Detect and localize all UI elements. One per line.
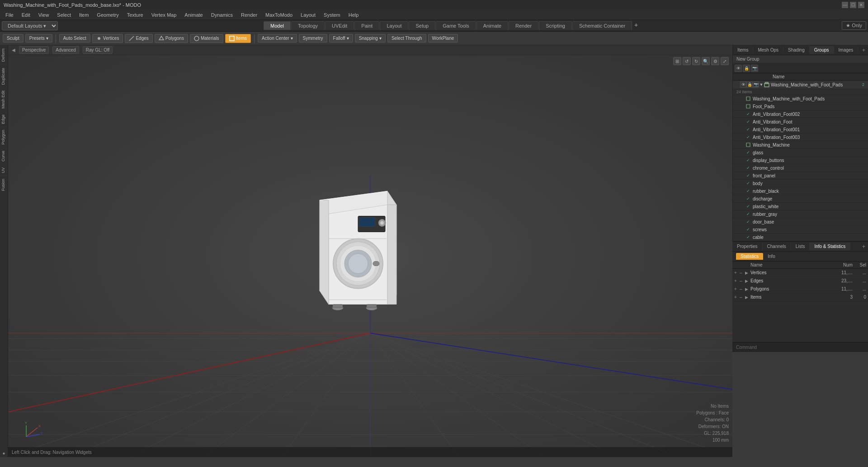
add-tab-button[interactable]: + (632, 21, 640, 30)
list-item[interactable]: ✓ front_panel (733, 172, 868, 180)
stats-add-btn-v[interactable]: + (734, 270, 740, 275)
stats-minus-btn-v[interactable]: – (740, 270, 745, 275)
stats-minus-btn-e[interactable]: – (740, 278, 745, 283)
stats-row-vertices[interactable]: + – ▶ Vertices 11,.... ... (732, 269, 868, 277)
stats-arrow-btn-i[interactable]: ▶ (745, 295, 750, 300)
list-item[interactable]: ✓ display_buttons (733, 157, 868, 164)
bp-add-tab-button[interactable]: + (859, 242, 868, 251)
stats-arrow-btn-p[interactable]: ▶ (745, 287, 750, 291)
tab-topology[interactable]: Topology (291, 21, 325, 30)
sidebar-tab-duplicate[interactable]: Duplicate (0, 65, 8, 88)
rp-tab-items[interactable]: Items (733, 46, 753, 54)
list-item[interactable]: Foot_Pads (733, 103, 868, 110)
stats-add-btn-i[interactable]: + (734, 295, 740, 300)
list-item[interactable]: ✓ rubber_black (733, 187, 868, 195)
viewport[interactable]: ◀ Perspective Advanced Ray GL: Off (8, 45, 732, 457)
stats-arrow-btn-v[interactable]: ▶ (745, 271, 750, 275)
list-item[interactable]: ✓ Anti_Vibration_Foot001 (733, 126, 868, 133)
stats-tab-statistics[interactable]: Statistics (736, 253, 763, 260)
menu-texture[interactable]: Texture (123, 11, 147, 19)
menu-help[interactable]: Help (345, 11, 363, 19)
list-item[interactable]: ✓ Anti_Vibration_Foot (733, 118, 868, 126)
rp-tab-images[interactable]: Images (834, 46, 859, 54)
tab-layout[interactable]: Layout (380, 21, 408, 30)
stats-arrow-btn-e[interactable]: ▶ (745, 279, 750, 283)
list-item[interactable]: ✓ cable (733, 234, 868, 241)
bp-tab-lists[interactable]: Lists (791, 243, 810, 250)
tree-lock-item-btn[interactable]: 🔒 (746, 81, 753, 88)
menu-geometry[interactable]: Geometry (93, 11, 122, 19)
action-center-button[interactable]: Action Center ▾ (258, 34, 297, 43)
polygons-button[interactable]: Polygons (155, 34, 188, 43)
tab-render[interactable]: Render (509, 21, 538, 30)
stats-add-btn-p[interactable]: + (734, 286, 740, 291)
tree-render-btn[interactable]: 📷 (751, 65, 758, 72)
close-button[interactable]: ✕ (858, 2, 864, 8)
menu-animate[interactable]: Animate (181, 11, 206, 19)
perspective-button[interactable]: Perspective (19, 46, 49, 54)
list-item[interactable]: Washing_Machine_with_Foot_Pads (733, 95, 868, 103)
falloff-button[interactable]: Falloff ▾ (329, 34, 353, 43)
edges-button[interactable]: Edges (125, 34, 152, 43)
list-item[interactable]: ✓ body (733, 180, 868, 187)
redo-view-button[interactable]: ↻ (692, 57, 700, 65)
maximize-button[interactable]: ☐ (850, 2, 856, 8)
work-plane-button[interactable]: WorkPlane (428, 34, 458, 43)
tab-schematic[interactable]: Schematic Container (572, 21, 632, 30)
rp-tab-shading[interactable]: Shading (783, 46, 810, 54)
items-button[interactable]: Items (225, 34, 251, 43)
tree-lock-btn[interactable]: 🔒 (743, 65, 750, 72)
presets-button[interactable]: Presets ▾ (25, 34, 52, 43)
sculpt-button[interactable]: Sculpt (3, 34, 24, 43)
ray-gl-button[interactable]: Ray GL: Off (83, 46, 113, 54)
bp-tab-properties[interactable]: Properties (732, 243, 763, 250)
list-item[interactable]: ✓ door_base (733, 218, 868, 226)
menu-view[interactable]: View (35, 11, 53, 19)
menu-select[interactable]: Select (53, 11, 75, 19)
tree-cam-btn[interactable]: 📷 (753, 81, 759, 88)
sidebar-bottom-btn[interactable]: ● (0, 449, 8, 457)
sidebar-tab-edge[interactable]: Edge (0, 111, 8, 127)
viewport-nav-prev[interactable]: ◀ (12, 48, 15, 52)
viewport-canvas[interactable]: X Z Y ⊞ ↺ ↻ 🔍 ⚙ ⤢ No Items Polygons : Fa… (8, 55, 732, 457)
tab-uvedit[interactable]: UVEdit (325, 21, 354, 30)
sidebar-tab-mesh-edit[interactable]: Mesh Edit (0, 87, 8, 111)
sidebar-tab-fusion[interactable]: Fusion (0, 176, 8, 194)
list-item[interactable]: Washing_Machine (733, 141, 868, 149)
list-item[interactable]: ✓ plastic_white (733, 203, 868, 210)
zoom-button[interactable]: 🔍 (702, 57, 710, 65)
select-through-button[interactable]: Select Through (387, 34, 426, 43)
list-item[interactable]: ✓ glass (733, 149, 868, 157)
layout-dropdown[interactable]: Default Layouts ▾ (2, 21, 58, 30)
stats-tab-info[interactable]: Info (763, 253, 780, 260)
menu-edit[interactable]: Edit (18, 11, 34, 19)
snapping-button[interactable]: Snapping ▾ (355, 34, 386, 43)
settings-button[interactable]: ⚙ (711, 57, 719, 65)
menu-item[interactable]: Item (75, 11, 92, 19)
tree-group-root[interactable]: 👁 🔒 📷 ▼ Washing_Machine_with_Foot_Pads 2 (733, 81, 868, 89)
undo-view-button[interactable]: ↺ (683, 57, 691, 65)
symmetry-button[interactable]: Symmetry (299, 34, 327, 43)
menu-render[interactable]: Render (237, 11, 261, 19)
list-item[interactable]: ✓ chrome_control (733, 164, 868, 172)
tree-visibility-btn[interactable]: 👁 (735, 65, 742, 72)
menu-maxtomodo[interactable]: MaxToModo (262, 11, 296, 19)
only-button[interactable]: ★ Only (842, 21, 866, 30)
rp-tab-mesh-ops[interactable]: Mesh Ops (753, 46, 783, 54)
frame-button[interactable]: ⊞ (673, 57, 681, 65)
stats-minus-btn-p[interactable]: – (740, 286, 745, 291)
tab-model[interactable]: Model (264, 21, 291, 30)
stats-add-btn-e[interactable]: + (734, 278, 740, 283)
stats-row-polygons[interactable]: + – ▶ Polygons 11,.... ... (732, 285, 868, 293)
sidebar-tab-uv[interactable]: UV (0, 164, 8, 176)
tab-scripting[interactable]: Scripting (539, 21, 572, 30)
menu-vertex-map[interactable]: Vertex Map (148, 11, 180, 19)
vertices-button[interactable]: Vertices (92, 34, 123, 43)
list-item[interactable]: ✓ Anti_Vibration_Foot002 (733, 110, 868, 118)
menu-system[interactable]: System (320, 11, 344, 19)
menu-layout[interactable]: Layout (297, 11, 319, 19)
tab-setup[interactable]: Setup (409, 21, 435, 30)
list-item[interactable]: ✓ screws (733, 226, 868, 234)
rp-add-tab-button[interactable]: + (859, 46, 868, 55)
menu-dynamics[interactable]: Dynamics (208, 11, 236, 19)
